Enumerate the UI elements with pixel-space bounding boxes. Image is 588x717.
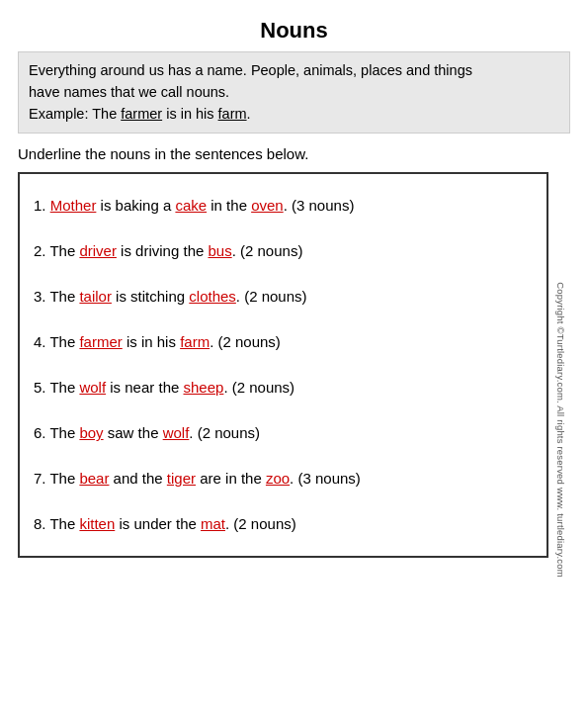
noun-word: farm <box>180 333 210 350</box>
sentence-row: 3. The tailor is stitching clothes. (2 n… <box>34 275 533 318</box>
sentence-row: 6. The boy saw the wolf. (2 nouns) <box>34 411 533 455</box>
page-title: Nouns <box>18 18 570 44</box>
sentence-text: is stitching <box>112 288 189 305</box>
sentence-text: . (3 nouns) <box>284 197 355 214</box>
sentence-text: The <box>49 288 79 305</box>
intro-example: Example: The farmer is in his farm. <box>29 104 559 126</box>
noun-word: farmer <box>79 333 122 350</box>
sentence-row: 8. The kitten is under the mat. (2 nouns… <box>34 502 533 546</box>
sentence-number: 3. <box>34 288 49 305</box>
sentence-row: 1. Mother is baking a cake in the oven. … <box>34 184 533 227</box>
noun-word: clothes <box>189 288 236 305</box>
noun-word: zoo <box>266 470 290 487</box>
instruction: Underline the nouns in the sentences bel… <box>18 145 570 162</box>
sentence-row: 7. The bear and the tiger are in the zoo… <box>34 457 533 500</box>
sentence-text: . (2 nouns) <box>225 515 296 532</box>
sentence-text: The <box>49 242 79 259</box>
noun-word: mat <box>201 515 225 532</box>
sentence-text: The <box>49 515 79 532</box>
noun-word: tiger <box>167 470 196 487</box>
sentence-text: is in his <box>123 333 180 350</box>
noun-word: bus <box>208 242 231 259</box>
copyright-watermark: Copyright ©Turtlediary.com. All rights r… <box>550 301 570 558</box>
sentence-text: is under the <box>115 515 201 532</box>
sentence-text: in the <box>207 197 251 214</box>
sentence-row: 5. The wolf is near the sheep. (2 nouns) <box>34 366 533 409</box>
sentence-number: 6. <box>34 424 49 441</box>
noun-word: oven <box>251 197 284 214</box>
intro-box: Everything around us has a name. People,… <box>18 51 570 134</box>
noun-word: cake <box>175 197 207 214</box>
sentence-text: is baking a <box>96 197 175 214</box>
example-noun1: farmer <box>121 106 162 122</box>
sentence-number: 1. <box>34 197 50 214</box>
sentence-number: 7. <box>34 470 49 487</box>
sentence-number: 5. <box>34 379 49 396</box>
sentence-number: 2. <box>34 242 49 259</box>
sentence-text: is near the <box>106 379 183 396</box>
noun-word: driver <box>79 242 117 259</box>
sentence-text: The <box>49 333 79 350</box>
intro-line2: have names that we call nouns. <box>29 82 559 104</box>
noun-word: wolf <box>79 379 106 396</box>
sentence-text: The <box>49 424 79 441</box>
noun-word: sheep <box>184 379 224 396</box>
sentence-text: saw the <box>104 424 163 441</box>
sentence-text: . (2 nouns) <box>210 333 281 350</box>
outer-wrapper: 1. Mother is baking a cake in the oven. … <box>18 172 570 558</box>
sentence-number: 4. <box>34 333 49 350</box>
page: Nouns Everything around us has a name. P… <box>0 0 588 717</box>
noun-word: kitten <box>79 515 115 532</box>
noun-word: tailor <box>79 288 112 305</box>
sentence-text: . (2 nouns) <box>236 288 307 305</box>
sentence-text: The <box>49 470 79 487</box>
sentence-text: . (2 nouns) <box>232 242 303 259</box>
intro-line1: Everything around us has a name. People,… <box>29 60 559 82</box>
noun-word: wolf <box>163 424 190 441</box>
noun-word: Mother <box>50 197 97 214</box>
sentence-text: . (3 nouns) <box>290 470 361 487</box>
sentence-row: 2. The driver is driving the bus. (2 nou… <box>34 229 533 273</box>
sentence-number: 8. <box>34 515 49 532</box>
noun-word: boy <box>79 424 103 441</box>
example-noun2: farm <box>218 106 247 122</box>
sentence-text: is driving the <box>117 242 209 259</box>
sentence-text: . (2 nouns) <box>189 424 260 441</box>
exercise-box: 1. Mother is baking a cake in the oven. … <box>18 172 548 558</box>
sentence-text: The <box>49 379 79 396</box>
sentence-text: are in the <box>196 470 266 487</box>
sentence-row: 4. The farmer is in his farm. (2 nouns) <box>34 320 533 364</box>
sentence-text: . (2 nouns) <box>223 379 294 396</box>
noun-word: bear <box>79 470 109 487</box>
sentence-text: and the <box>109 470 166 487</box>
